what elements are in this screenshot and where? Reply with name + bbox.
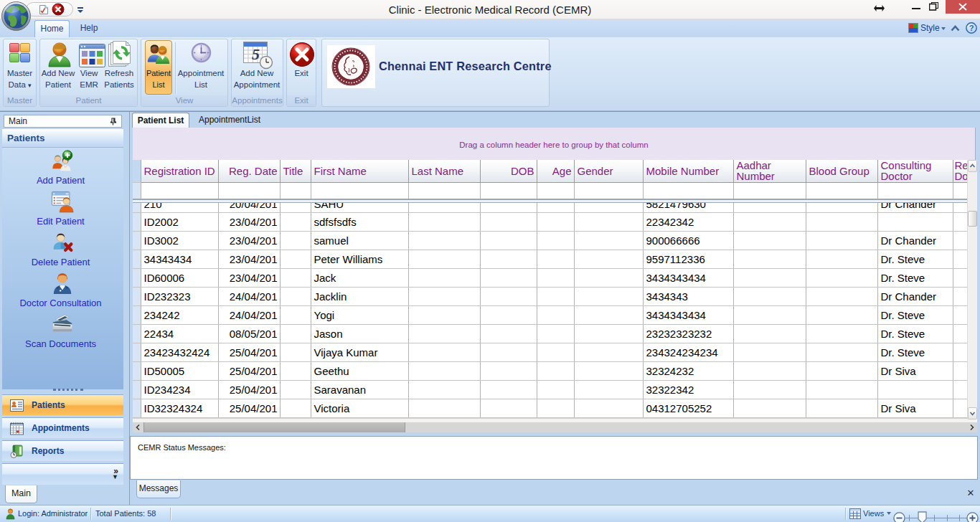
svg-text:?: ? (969, 24, 974, 32)
svg-text:5: 5 (252, 45, 260, 63)
